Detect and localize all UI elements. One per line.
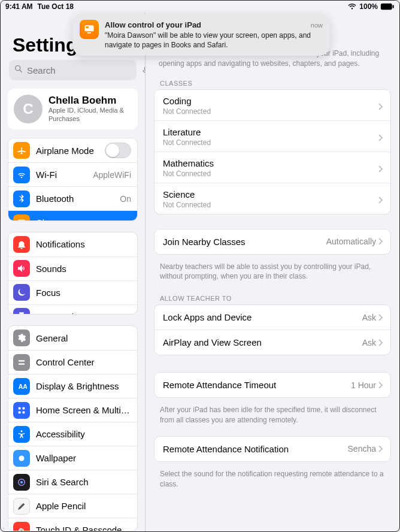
- sidebar-item-notifications[interactable]: Notifications: [8, 232, 137, 256]
- apple-id-card[interactable]: C Chella Boehm Apple ID, iCloud, Media &…: [8, 89, 138, 129]
- sidebar-item-label: Siri & Search: [36, 477, 131, 487]
- sidebar-item-label: Home Screen & Multitas...: [36, 405, 131, 415]
- sidebar-item-airplane[interactable]: Airplane Mode: [8, 138, 137, 162]
- sidebar-item-label: Notifications: [36, 239, 131, 249]
- class-sub: Not Connected: [163, 138, 378, 147]
- sidebar-item-label: General: [36, 333, 131, 343]
- wallpaper-icon: [13, 450, 30, 467]
- notif-sound-group: Remote Attendance Notification Sencha: [154, 436, 391, 462]
- class-row-literature[interactable]: Literature Not Connected: [154, 120, 390, 152]
- search-input[interactable]: [27, 65, 141, 75]
- drow-value: Sencha: [348, 444, 376, 454]
- timeout-footer: After your iPad has been idle for the sp…: [154, 401, 391, 436]
- sidebar-item-label: Screen Time: [36, 312, 131, 315]
- search-icon: [14, 64, 23, 76]
- speaker-icon: [13, 260, 30, 277]
- svg-rect-12: [19, 363, 25, 364]
- sidebar-item-apple-pencil[interactable]: Apple Pencil: [8, 494, 137, 518]
- svg-point-19: [19, 455, 25, 461]
- svg-text:AA: AA: [19, 383, 27, 390]
- sidebar-group-connectivity: Airplane Mode Wi-Fi AppleWiFi Bluetooth …: [8, 138, 138, 221]
- chevron-right-icon: [378, 314, 383, 321]
- search-field[interactable]: [9, 60, 137, 80]
- sidebar-item-focus[interactable]: Focus: [8, 280, 137, 304]
- svg-rect-2: [85, 25, 94, 31]
- battery-icon: [380, 3, 395, 10]
- wifi-icon: [347, 3, 357, 10]
- sidebar-item-sounds[interactable]: Sounds: [8, 256, 137, 280]
- battery-percent: 100%: [359, 2, 378, 11]
- svg-point-18: [21, 430, 23, 432]
- remote-timeout-row[interactable]: Remote Attendance Timeout 1 Hour: [154, 373, 390, 397]
- sidebar-item-classroom[interactable]: Classroom: [8, 210, 137, 221]
- drow-value: 1 Hour: [351, 380, 376, 390]
- sidebar-item-general[interactable]: General: [8, 326, 137, 350]
- sidebar-item-label: Bluetooth: [36, 194, 120, 204]
- class-row-mathematics[interactable]: Mathematics Not Connected: [154, 152, 390, 183]
- class-row-science[interactable]: Science Not Connected: [154, 183, 390, 214]
- fingerprint-icon: [13, 522, 30, 531]
- join-nearby-classes[interactable]: Join Nearby Classes Automatically: [154, 229, 390, 254]
- drow-value: Automatically: [326, 237, 376, 246]
- sidebar-item-display[interactable]: AA Display & Brightness: [8, 374, 137, 398]
- airplane-toggle[interactable]: [105, 143, 131, 158]
- sidebar-group-general: General Control Center AA Display & Brig…: [8, 325, 138, 531]
- chevron-right-icon: [378, 134, 383, 141]
- avatar: C: [14, 95, 43, 123]
- class-title: Science: [163, 189, 378, 200]
- sidebar-item-touch-id[interactable]: Touch ID & Passcode: [8, 518, 137, 531]
- bluetooth-icon: [13, 191, 30, 207]
- chevron-right-icon: [378, 238, 383, 245]
- classes-group: Coding Not Connected Literature Not Conn…: [154, 89, 391, 214]
- timeout-group: Remote Attendance Timeout 1 Hour: [154, 372, 391, 398]
- notification-banner[interactable]: Allow control of your iPad now "Moira Da…: [72, 14, 330, 56]
- class-row-coding[interactable]: Coding Not Connected: [154, 90, 390, 120]
- status-time: 9:41 AM: [5, 2, 33, 11]
- svg-point-5: [16, 66, 20, 71]
- sidebar-item-siri[interactable]: Siri & Search: [8, 470, 137, 494]
- accessibility-icon: [13, 426, 30, 443]
- wifi-value: AppleWiFi: [93, 170, 131, 180]
- sidebar-item-control-center[interactable]: Control Center: [8, 350, 137, 374]
- sidebar-item-home-screen[interactable]: Home Screen & Multitas...: [8, 398, 137, 422]
- svg-line-6: [20, 70, 22, 72]
- mic-icon[interactable]: [141, 65, 146, 75]
- bell-icon: [13, 236, 30, 253]
- airplane-icon: [13, 142, 30, 159]
- svg-rect-16: [19, 411, 21, 413]
- chevron-right-icon: [378, 339, 383, 346]
- chevron-right-icon: [378, 197, 383, 204]
- sidebar-item-label: Focus: [36, 288, 131, 298]
- notification-title: Allow control of your iPad: [105, 20, 201, 31]
- remote-notification-row[interactable]: Remote Attendance Notification Sencha: [154, 437, 390, 461]
- section-header-classes: CLASSES: [154, 77, 391, 89]
- svg-rect-17: [23, 411, 25, 413]
- sliders-icon: [13, 354, 30, 371]
- sidebar-item-wallpaper[interactable]: Wallpaper: [8, 446, 137, 470]
- drow-value: Ask: [362, 338, 376, 347]
- class-sub: Not Connected: [163, 170, 378, 178]
- sidebar-item-wifi[interactable]: Wi-Fi AppleWiFi: [8, 162, 137, 186]
- profile-subtitle: Apple ID, iCloud, Media & Purchases: [49, 107, 132, 123]
- class-title: Mathematics: [163, 158, 378, 168]
- class-sub: Not Connected: [163, 201, 378, 209]
- airplay-row[interactable]: AirPlay and View Screen Ask: [154, 330, 390, 355]
- svg-rect-0: [381, 4, 392, 10]
- class-sub: Not Connected: [163, 107, 378, 116]
- sidebar-item-label: Wi-Fi: [36, 170, 93, 180]
- drow-value: Ask: [362, 313, 376, 322]
- classroom-icon: [13, 214, 30, 221]
- lock-apps-row[interactable]: Lock Apps and Device Ask: [154, 305, 390, 330]
- sidebar-item-label: Accessibility: [36, 429, 131, 439]
- notif-sound-footer: Select the sound for the notification re…: [154, 466, 391, 500]
- join-footer: Nearby teachers will be able to assist y…: [154, 258, 391, 293]
- sidebar-item-screen-time[interactable]: Screen Time: [8, 304, 137, 315]
- sidebar-item-bluetooth[interactable]: Bluetooth On: [8, 186, 137, 210]
- sidebar-item-label: Touch ID & Passcode: [36, 525, 131, 531]
- display-icon: AA: [13, 378, 30, 395]
- sidebar-item-label: Apple Pencil: [36, 501, 131, 511]
- sidebar-item-label: Control Center: [36, 357, 131, 367]
- sidebar-item-accessibility[interactable]: Accessibility: [8, 422, 137, 446]
- wifi-icon: [13, 167, 30, 183]
- sidebar-item-label: Sounds: [36, 264, 131, 274]
